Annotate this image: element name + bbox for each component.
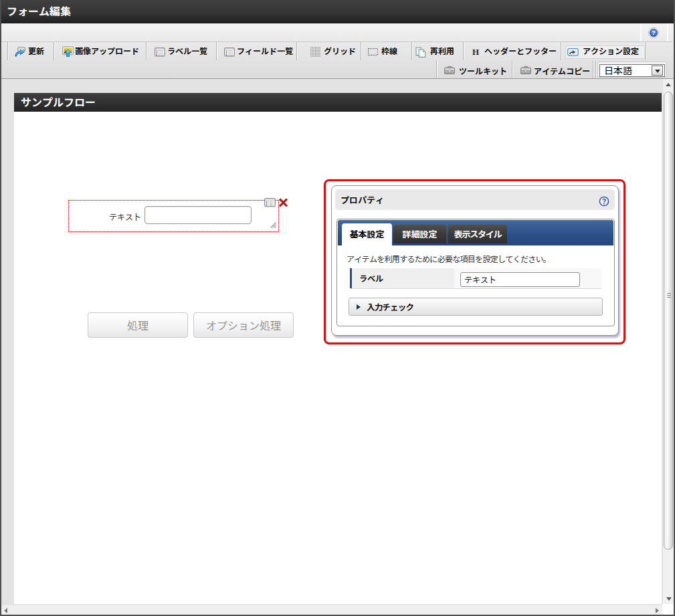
- svg-text:?: ?: [652, 29, 656, 36]
